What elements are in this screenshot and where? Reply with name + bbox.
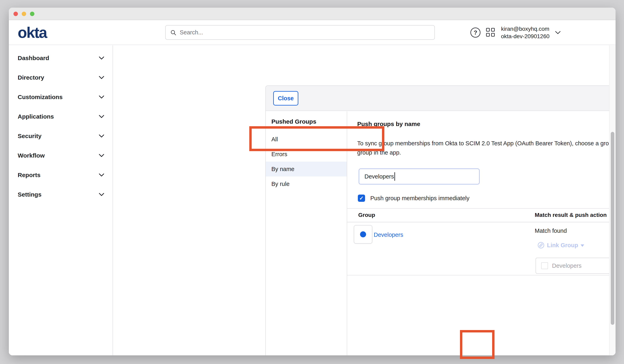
sidebar-item-applications[interactable]: Applications — [9, 107, 113, 126]
account-email: kiran@boxyhq.com — [501, 25, 549, 32]
sidebar-item-workflow[interactable]: Workflow — [9, 146, 113, 165]
subnav-item-all[interactable]: All — [266, 132, 347, 147]
search-placeholder: Search... — [180, 29, 203, 36]
sidebar-item-settings[interactable]: Settings — [9, 185, 113, 204]
chevron-down-icon — [99, 115, 104, 118]
row-divider — [347, 275, 616, 275]
browser-window: okta Search... kiran@boxyhq.com okta-dev… — [9, 8, 616, 355]
chevron-down-icon — [99, 193, 104, 196]
scrollbar-thumb[interactable] — [611, 132, 614, 325]
account-org: okta-dev-20901260 — [501, 32, 549, 40]
account-menu[interactable]: kiran@boxyhq.com okta-dev-20901260 — [501, 25, 549, 40]
sidebar-item-dashboard[interactable]: Dashboard — [9, 48, 113, 68]
chevron-down-icon — [99, 76, 104, 79]
group-name-input[interactable]: Developers — [359, 168, 480, 184]
subnav-item-by-name[interactable]: By name — [266, 162, 347, 177]
help-icon[interactable] — [470, 27, 480, 38]
sidebar-item-security[interactable]: Security — [9, 126, 113, 146]
link-group-label: Link Group — [547, 242, 578, 249]
push-groups-panel: Close Pushed Groups All Errors By name B… — [265, 85, 616, 355]
close-button[interactable]: Close — [273, 91, 298, 105]
chevron-down-icon — [99, 96, 104, 99]
target-group-select[interactable]: Developers — [536, 258, 616, 274]
sidebar-item-directory[interactable]: Directory — [9, 68, 113, 87]
pushed-groups-subnav: Pushed Groups All Errors By name By rule — [266, 111, 347, 355]
window-minimize-button[interactable] — [22, 12, 26, 16]
description-text: To sync group memberships from Okta to S… — [357, 139, 616, 157]
apps-grid-icon[interactable] — [486, 28, 495, 37]
main-area: Close Pushed Groups All Errors By name B… — [113, 45, 616, 355]
search-input[interactable]: Search... — [165, 25, 435, 40]
window-close-button[interactable] — [13, 12, 18, 16]
table-header-divider — [347, 222, 616, 222]
sidebar-item-reports[interactable]: Reports — [9, 165, 113, 185]
table-top-divider — [347, 208, 616, 209]
group-icon — [360, 231, 366, 237]
push-by-name-form: Push groups by name To sync group member… — [347, 111, 616, 355]
push-immediately-checkbox[interactable] — [358, 195, 365, 202]
search-icon — [170, 29, 177, 36]
desktop: { "colors": { "accent_blue": "#1662dd", … — [0, 0, 624, 364]
subnav-title: Pushed Groups — [271, 118, 316, 125]
header-right-cluster: kiran@boxyhq.com okta-dev-20901260 — [470, 20, 561, 45]
group-placeholder-icon — [541, 262, 548, 269]
window-titlebar — [9, 8, 616, 20]
okta-logo: okta — [18, 25, 47, 40]
group-name-link[interactable]: Developers — [374, 232, 403, 238]
group-avatar — [354, 225, 372, 244]
panel-toolbar: Close — [266, 86, 616, 111]
subnav-item-by-rule[interactable]: By rule — [266, 177, 347, 191]
push-immediately-row[interactable]: Push group memberships immediately — [358, 195, 469, 202]
caret-down-icon — [581, 244, 584, 247]
link-group-action[interactable]: Link Group — [537, 242, 584, 249]
target-group-value: Developers — [552, 262, 616, 269]
column-header-match: Match result & push action — [535, 212, 607, 218]
app-header: okta Search... kiran@boxyhq.com okta-dev… — [9, 20, 616, 45]
chevron-down-icon — [99, 154, 104, 157]
sidebar-nav: Dashboard Directory Customizations Appli… — [9, 45, 113, 355]
chevron-down-icon — [99, 174, 104, 177]
chevron-down-icon — [99, 56, 104, 59]
sidebar-item-customizations[interactable]: Customizations — [9, 87, 113, 107]
text-cursor — [394, 172, 395, 181]
push-immediately-label: Push group memberships immediately — [370, 195, 469, 202]
chevron-down-icon — [99, 134, 104, 137]
subnav-item-errors[interactable]: Errors — [266, 147, 347, 162]
group-name-value: Developers — [364, 173, 394, 180]
window-zoom-button[interactable] — [30, 12, 34, 16]
chevron-down-icon[interactable] — [555, 31, 561, 34]
page-title: Push groups by name — [357, 121, 420, 128]
link-icon — [537, 242, 545, 249]
column-header-group: Group — [358, 212, 375, 218]
match-status: Match found — [535, 228, 567, 234]
